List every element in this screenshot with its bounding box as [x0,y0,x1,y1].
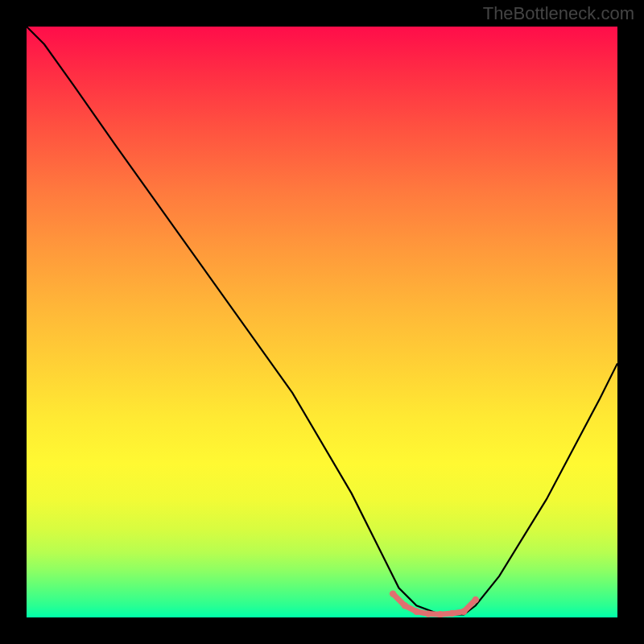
flat-zone-markers [390,590,479,617]
plot-area [27,27,617,617]
chart-svg [27,27,617,617]
watermark-text: TheBottleneck.com [483,3,634,24]
bottleneck-curve [27,27,617,614]
flat-zone-dot [448,610,455,617]
flat-zone-dot [402,602,408,609]
flat-zone-dot [413,609,419,615]
flat-zone-dot [390,590,396,597]
flat-zone-dot [473,597,479,603]
flat-zone-dot [425,610,431,617]
flat-zone-dot [460,609,467,615]
